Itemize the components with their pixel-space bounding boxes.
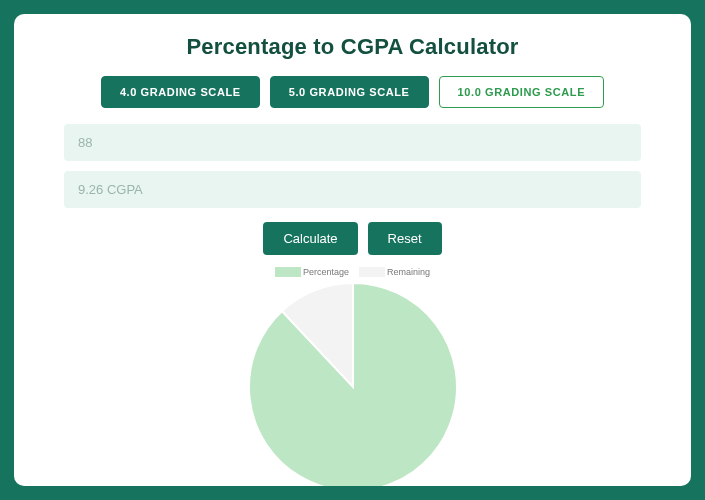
legend-item-remaining: Remaining	[359, 267, 430, 277]
pie-chart	[247, 281, 459, 486]
cgpa-output[interactable]	[64, 171, 641, 208]
legend-swatch-remaining	[359, 267, 385, 277]
percentage-input[interactable]	[64, 124, 641, 161]
legend-label-percentage: Percentage	[303, 267, 349, 277]
legend-swatch-percentage	[275, 267, 301, 277]
tab-5-scale[interactable]: 5.0 GRADING SCALE	[270, 76, 429, 108]
tab-10-scale[interactable]: 10.0 GRADING SCALE	[439, 76, 605, 108]
chart-legend: Percentage Remaining	[275, 267, 430, 277]
reset-button[interactable]: Reset	[368, 222, 442, 255]
page-title: Percentage to CGPA Calculator	[186, 34, 518, 60]
calculate-button[interactable]: Calculate	[263, 222, 357, 255]
action-buttons: Calculate Reset	[263, 222, 441, 255]
legend-label-remaining: Remaining	[387, 267, 430, 277]
grading-scale-tabs: 4.0 GRADING SCALE 5.0 GRADING SCALE 10.0…	[101, 76, 604, 108]
calculator-card: Percentage to CGPA Calculator 4.0 GRADIN…	[14, 14, 691, 486]
pie-slice-percentage	[249, 283, 457, 486]
legend-item-percentage: Percentage	[275, 267, 349, 277]
tab-4-scale[interactable]: 4.0 GRADING SCALE	[101, 76, 260, 108]
